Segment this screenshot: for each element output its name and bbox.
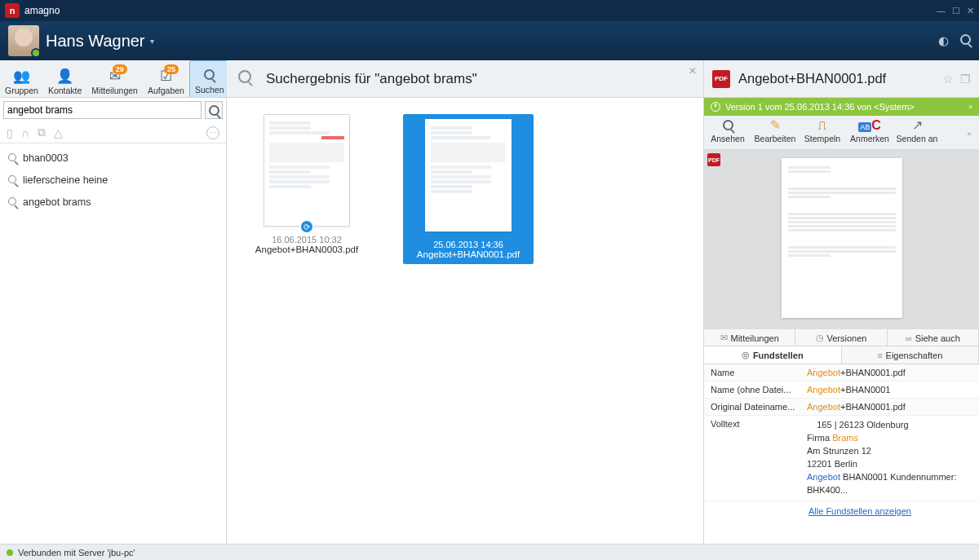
search-button[interactable] (205, 101, 223, 119)
recent-item[interactable]: lieferscheine heine (0, 169, 226, 191)
filter-mobile-icon[interactable]: ▯ (7, 126, 13, 139)
annotate-icon: ABC (846, 117, 893, 134)
header-search-icon[interactable] (960, 33, 971, 48)
tab-aufgaben[interactable]: ☑25 Aufgaben (143, 60, 189, 97)
filter-magnet-icon[interactable]: ∩ (21, 126, 29, 139)
pdf-badge-icon: PDF (707, 153, 720, 166)
prop-key: Volltext (711, 419, 807, 497)
window-controls: — ☐ ✕ (937, 6, 974, 16)
tab-mitteilungen[interactable]: ✉29 Mitteilungen (86, 60, 143, 97)
dtab-versionen[interactable]: ◷Versionen (795, 329, 887, 346)
status-text: Verbunden mit Server 'jbu-pc' (18, 548, 135, 558)
messages-icon: ✉ (720, 333, 728, 343)
detail-tabs: ✉Mitteilungen ◷Versionen ∞Siehe auch ◎Fu… (704, 329, 979, 364)
prop-row: Name Angebot+BHAN0001.pdf (704, 364, 979, 381)
prop-row: Original Dateiname... Angebot+BHAN0001.p… (704, 399, 979, 416)
tool-stempeln[interactable]: ⎍Stempeln (799, 116, 846, 149)
result-date: 25.06.2013 14:36 (408, 240, 529, 249)
list-icon: ≡ (877, 351, 882, 360)
detail-header: PDF Angebot+BHAN0001.pdf ☆ ❐ (704, 60, 979, 98)
detail-preview[interactable]: PDF (704, 150, 979, 329)
tab-aufgaben-label: Aufgaben (148, 86, 184, 95)
dtab-mitteilungen[interactable]: ✉Mitteilungen (703, 329, 795, 346)
show-all-hits-link[interactable]: Alle Fundstellen anzeigen (704, 501, 979, 521)
dtab-label: Fundstellen (753, 351, 804, 360)
status-bar: Verbunden mit Server 'jbu-pc' (0, 544, 979, 560)
connection-dot-icon (7, 549, 13, 556)
tab-gruppen-label: Gruppen (5, 86, 38, 95)
contacts-icon: 👤 (56, 68, 73, 85)
detail-toolbar: Ansehen ✎Bearbeiten ⎍Stempeln ABCAnmerke… (704, 116, 979, 150)
prop-row: Name (ohne Datei... Angebot+BHAN0001 (704, 381, 979, 399)
app-logo: n (5, 3, 20, 18)
filter-user-icon[interactable]: △ (54, 126, 63, 139)
recent-item-label: angebot brams (23, 196, 91, 208)
recent-item[interactable]: angebot brams (0, 191, 226, 213)
filter-groups-icon[interactable]: ⧉ (38, 126, 46, 139)
dtab-fundstellen[interactable]: ◎Fundstellen (703, 346, 842, 364)
dtab-siehe-auch[interactable]: ∞Siehe auch (887, 329, 979, 346)
maximize-icon[interactable]: ☐ (952, 6, 960, 16)
view-icon (704, 117, 751, 134)
presence-dot-icon (31, 48, 39, 56)
tool-senden[interactable]: ↗Senden an (893, 116, 941, 149)
version-bar: Version 1 vom 25.06.2013 14:36 von <Syst… (704, 98, 979, 116)
user-dropdown-icon[interactable]: ▾ (150, 37, 154, 46)
messages-badge: 29 (113, 64, 127, 74)
tool-label: Bearbeiten (755, 134, 796, 143)
tasks-icon: ☑25 (160, 68, 172, 85)
search-input[interactable] (3, 101, 202, 119)
avatar[interactable] (8, 25, 39, 56)
nav-tabs: 👥 Gruppen 👤 Kontakte ✉29 Mitteilungen ☑2… (0, 60, 226, 98)
prop-key: Name (ohne Datei... (711, 385, 807, 395)
recent-item[interactable]: bhan0003 (0, 147, 226, 169)
detail-title: Angebot+BHAN0001.pdf (738, 71, 937, 86)
clock-icon (711, 102, 720, 112)
prop-value: 165 | 26123 Oldenburg Firma Brams Am Str… (807, 419, 972, 497)
chevron-right-icon: » (967, 130, 971, 138)
open-external-icon[interactable]: ❐ (960, 73, 971, 86)
search-icon (209, 105, 219, 116)
pdf-icon: PDF (712, 70, 730, 88)
close-panel-icon[interactable]: ✕ (689, 65, 697, 77)
globe-icon[interactable]: ◐ (938, 33, 949, 48)
user-name[interactable]: Hans Wagner (46, 32, 145, 51)
tasks-badge: 25 (164, 64, 179, 74)
results-body: ⟳ 16.06.2015 10:32 Angebot+BHAN0003.pdf … (227, 98, 703, 544)
link-icon: ∞ (906, 333, 912, 343)
tab-kontakte[interactable]: 👤 Kontakte (43, 60, 86, 97)
document-thumbnail (425, 119, 512, 231)
page-preview (782, 158, 902, 318)
titlebar: n amagno — ☐ ✕ (0, 0, 979, 21)
dtab-eigenschaften[interactable]: ≡Eigenschaften (841, 346, 980, 364)
version-expand-icon[interactable]: » (968, 103, 972, 111)
target-icon: ◎ (742, 350, 750, 360)
app-name: amagno (24, 5, 60, 16)
tab-suchen-label: Suchen (195, 85, 224, 95)
tool-more[interactable]: » (959, 116, 979, 149)
search-icon (8, 196, 16, 208)
minimize-icon[interactable]: — (937, 6, 946, 16)
tool-bearbeiten[interactable]: ✎Bearbeiten (751, 116, 799, 149)
prop-row-volltext: Volltext 165 | 26123 Oldenburg Firma Bra… (704, 416, 979, 501)
recent-item-label: bhan0003 (23, 152, 69, 164)
send-icon: ↗ (893, 117, 941, 134)
tab-gruppen[interactable]: 👥 Gruppen (0, 60, 43, 97)
filter-more-icon[interactable]: ⋯ (206, 126, 219, 139)
detail-panel: PDF Angebot+BHAN0001.pdf ☆ ❐ Version 1 v… (703, 60, 979, 544)
tool-anmerken[interactable]: ABCAnmerken (846, 116, 893, 149)
favorite-icon[interactable]: ☆ (943, 73, 954, 86)
result-item-selected[interactable]: 25.06.2013 14:36 Angebot+BHAN0001.pdf (403, 114, 534, 264)
prop-value: Angebot+BHAN0001.pdf (807, 402, 972, 412)
dtab-label: Eigenschaften (886, 351, 943, 360)
recent-searches: bhan0003 lieferscheine heine angebot bra… (0, 143, 226, 544)
dtab-label: Mitteilungen (731, 333, 779, 343)
properties-list: Name Angebot+BHAN0001.pdf Name (ohne Dat… (704, 364, 979, 544)
result-item[interactable]: ⟳ 16.06.2015 10:32 Angebot+BHAN0003.pdf (241, 114, 372, 254)
tab-kontakte-label: Kontakte (48, 86, 82, 95)
close-icon[interactable]: ✕ (967, 6, 974, 16)
tool-label: Anmerken (850, 134, 889, 143)
prop-value: Angebot+BHAN0001.pdf (807, 368, 972, 377)
tool-ansehen[interactable]: Ansehen (704, 116, 751, 149)
tab-suchen[interactable]: Suchen (189, 60, 230, 97)
